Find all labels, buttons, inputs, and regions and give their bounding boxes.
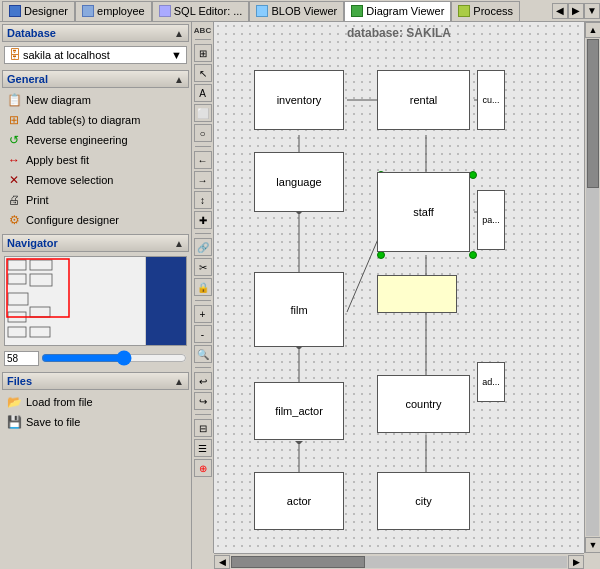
navigator-section: 58: [0, 252, 191, 370]
scroll-right-btn[interactable]: ▶: [568, 555, 584, 569]
toolbar-btn-cross[interactable]: ✚: [194, 211, 212, 229]
conn-dot-4: [469, 251, 477, 259]
node-rental[interactable]: rental: [377, 70, 470, 130]
node-sticky[interactable]: [377, 275, 457, 313]
node-language[interactable]: language: [254, 152, 344, 212]
node-inventory[interactable]: inventory: [254, 70, 344, 130]
tab-scroll-right[interactable]: ▶: [568, 3, 584, 19]
database-collapse-btn[interactable]: ▲: [174, 28, 184, 39]
toolbar-btn-redo[interactable]: ↪: [194, 392, 212, 410]
toolbar-btn-arrow-both[interactable]: ↕: [194, 191, 212, 209]
toolbar-sep-3: [195, 233, 211, 234]
reverse-label: Reverse engineering: [26, 134, 128, 146]
sql-tab-icon: [159, 5, 171, 17]
general-collapse-btn[interactable]: ▲: [174, 74, 184, 85]
reverse-icon: ↺: [6, 132, 22, 148]
tab-menu[interactable]: ▼: [584, 3, 600, 19]
files-collapse-btn[interactable]: ▲: [174, 376, 184, 387]
tab-process[interactable]: Process: [451, 1, 520, 21]
toolbar-btn-rect[interactable]: ⬜: [194, 104, 212, 122]
toolbar-btn-text[interactable]: A: [194, 84, 212, 102]
toolbar-btn-arrow-left[interactable]: ←: [194, 151, 212, 169]
menu-load-file[interactable]: 📂 Load from file: [4, 392, 187, 412]
menu-best-fit[interactable]: ↔ Apply best fit: [4, 150, 187, 170]
nav-diagram-preview: [5, 257, 146, 345]
toolbar-btn-zoom-in[interactable]: +: [194, 305, 212, 323]
toolbar-btn-lock[interactable]: 🔒: [194, 278, 212, 296]
menu-save-file[interactable]: 💾 Save to file: [4, 412, 187, 432]
h-scrollbar: ◀ ▶: [214, 553, 584, 569]
node-staff[interactable]: staff: [377, 172, 470, 252]
node-customer-partial[interactable]: cu...: [477, 70, 505, 130]
scroll-left-btn[interactable]: ◀: [214, 555, 230, 569]
menu-new-diagram[interactable]: 📋 New diagram: [4, 90, 187, 110]
bestfit-icon: ↔: [6, 152, 22, 168]
scroll-up-btn[interactable]: ▲: [585, 22, 600, 38]
general-section: 📋 New diagram ⊞ Add table(s) to diagram …: [0, 88, 191, 232]
menu-reverse-eng[interactable]: ↺ Reverse engineering: [4, 130, 187, 150]
toolbar-btn-arrow-right[interactable]: →: [194, 171, 212, 189]
svg-marker-18: [295, 441, 303, 445]
remove-icon: ✕: [6, 172, 22, 188]
node-film-actor[interactable]: film_actor: [254, 382, 344, 440]
bestfit-label: Apply best fit: [26, 154, 89, 166]
tab-designer[interactable]: Designer: [2, 1, 75, 21]
nav-controls: 58: [4, 348, 187, 368]
process-tab-icon: [458, 5, 470, 17]
svg-rect-7: [8, 327, 26, 337]
node-customer-label: cu...: [482, 95, 499, 105]
node-city[interactable]: city: [377, 472, 470, 530]
diagram-title: database: SAKILA: [347, 26, 451, 40]
tab-diagram-viewer[interactable]: Diagram Viewer: [344, 1, 451, 21]
menu-add-table[interactable]: ⊞ Add table(s) to diagram: [4, 110, 187, 130]
svg-rect-2: [8, 274, 26, 284]
conn-dot-3: [377, 251, 385, 259]
toolbar-btn-collapse[interactable]: ⊟: [194, 419, 212, 437]
node-payment-partial[interactable]: pa...: [477, 190, 505, 250]
navigator-section-header: Navigator ▲: [2, 234, 189, 252]
toolbar-btn-grid[interactable]: ⊞: [194, 44, 212, 62]
toolbar-btn-select[interactable]: ↖: [194, 64, 212, 82]
menu-print[interactable]: 🖨 Print: [4, 190, 187, 210]
h-scroll-thumb[interactable]: [231, 556, 365, 568]
menu-configure[interactable]: ⚙ Configure designer: [4, 210, 187, 230]
toolbar-btn-menu2[interactable]: ☰: [194, 439, 212, 457]
zoom-input[interactable]: 58: [4, 351, 39, 366]
scroll-down-btn[interactable]: ▼: [585, 537, 600, 553]
db-selector[interactable]: 🗄 sakila at localhost ▼: [4, 46, 187, 64]
tab-sql-editor[interactable]: SQL Editor: ...: [152, 1, 250, 21]
toolbar-btn-cut[interactable]: ✂: [194, 258, 212, 276]
toolbar-btn-zoom-out[interactable]: -: [194, 325, 212, 343]
toolbar-btn-undo[interactable]: ↩: [194, 372, 212, 390]
node-address-partial[interactable]: ad...: [477, 362, 505, 402]
navigator-collapse-btn[interactable]: ▲: [174, 238, 184, 249]
left-toolbar: ABC ⊞ ↖ A ⬜ ○ ← → ↕ ✚ 🔗 ✂ 🔒 + - 🔍: [192, 22, 214, 553]
node-actor[interactable]: actor: [254, 472, 344, 530]
tab-employee[interactable]: employee: [75, 1, 152, 21]
diagram-canvas[interactable]: database: SAKILA: [214, 22, 584, 553]
node-film[interactable]: film: [254, 272, 344, 347]
node-country[interactable]: country: [377, 375, 470, 433]
toolbar-btn-zoom-fit[interactable]: 🔍: [194, 345, 212, 363]
add-table-icon: ⊞: [6, 112, 22, 128]
save-file-label: Save to file: [26, 416, 80, 428]
svg-rect-0: [8, 260, 26, 270]
tab-blob-viewer[interactable]: BLOB Viewer: [249, 1, 344, 21]
toolbar-sep-6: [195, 414, 211, 415]
navigator-title: Navigator: [7, 237, 58, 249]
svg-line-22: [347, 232, 381, 312]
load-file-label: Load from file: [26, 396, 93, 408]
tab-scroll-left[interactable]: ◀: [552, 3, 568, 19]
menu-remove-selection[interactable]: ✕ Remove selection: [4, 170, 187, 190]
node-actor-label: actor: [287, 495, 311, 507]
toolbar-sep-2: [195, 146, 211, 147]
left-panel: Database ▲ 🗄 sakila at localhost ▼ Gener…: [0, 22, 192, 569]
toolbar-btn-link[interactable]: 🔗: [194, 238, 212, 256]
v-scrollbar: ▲ ▼: [584, 22, 600, 553]
v-scroll-thumb[interactable]: [587, 39, 599, 188]
svg-rect-6: [30, 307, 50, 317]
node-address-label: ad...: [482, 377, 500, 387]
toolbar-btn-expand-red[interactable]: ⊕: [194, 459, 212, 477]
toolbar-btn-circle[interactable]: ○: [194, 124, 212, 142]
zoom-slider[interactable]: [41, 350, 187, 366]
